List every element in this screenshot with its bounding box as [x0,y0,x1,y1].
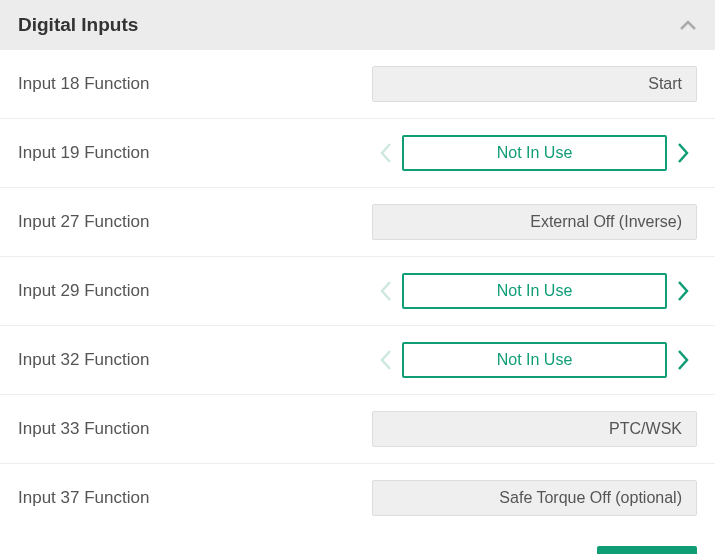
value-readonly-wrap: Safe Torque Off (optional) [372,480,697,516]
chevron-up-icon [679,15,697,36]
section-header[interactable]: Digital Inputs [0,0,715,50]
input-row: Input 18 FunctionStart [0,50,715,119]
save-button[interactable]: Save [597,546,697,554]
chevron-left-icon[interactable] [372,349,400,371]
input-label: Input 29 Function [18,281,278,301]
input-row: Input 33 FunctionPTC/WSK [0,395,715,464]
value-select[interactable]: Not In Use [402,273,667,309]
chevron-right-icon[interactable] [669,142,697,164]
section-title: Digital Inputs [18,14,138,36]
input-control: External Off (Inverse) [278,204,697,240]
value-selector: Not In Use [372,342,697,378]
input-row: Input 32 FunctionNot In Use [0,326,715,395]
value-select[interactable]: Not In Use [402,342,667,378]
input-label: Input 37 Function [18,488,278,508]
value-select[interactable]: Not In Use [402,135,667,171]
footer: Save [0,532,715,554]
value-readonly: External Off (Inverse) [372,204,697,240]
input-row: Input 37 FunctionSafe Torque Off (option… [0,464,715,532]
input-label: Input 33 Function [18,419,278,439]
value-selector: Not In Use [372,135,697,171]
value-readonly-wrap: PTC/WSK [372,411,697,447]
input-row: Input 29 FunctionNot In Use [0,257,715,326]
value-readonly: Start [372,66,697,102]
input-label: Input 32 Function [18,350,278,370]
input-label: Input 18 Function [18,74,278,94]
input-label: Input 19 Function [18,143,278,163]
value-selector: Not In Use [372,273,697,309]
value-readonly-wrap: Start [372,66,697,102]
chevron-left-icon[interactable] [372,280,400,302]
input-control: Not In Use [278,342,697,378]
input-control: PTC/WSK [278,411,697,447]
chevron-right-icon[interactable] [669,349,697,371]
value-readonly-wrap: External Off (Inverse) [372,204,697,240]
value-readonly: Safe Torque Off (optional) [372,480,697,516]
chevron-right-icon[interactable] [669,280,697,302]
chevron-left-icon[interactable] [372,142,400,164]
input-row: Input 19 FunctionNot In Use [0,119,715,188]
input-row: Input 27 FunctionExternal Off (Inverse) [0,188,715,257]
input-control: Start [278,66,697,102]
value-readonly: PTC/WSK [372,411,697,447]
input-control: Not In Use [278,135,697,171]
input-control: Not In Use [278,273,697,309]
input-label: Input 27 Function [18,212,278,232]
input-control: Safe Torque Off (optional) [278,480,697,516]
